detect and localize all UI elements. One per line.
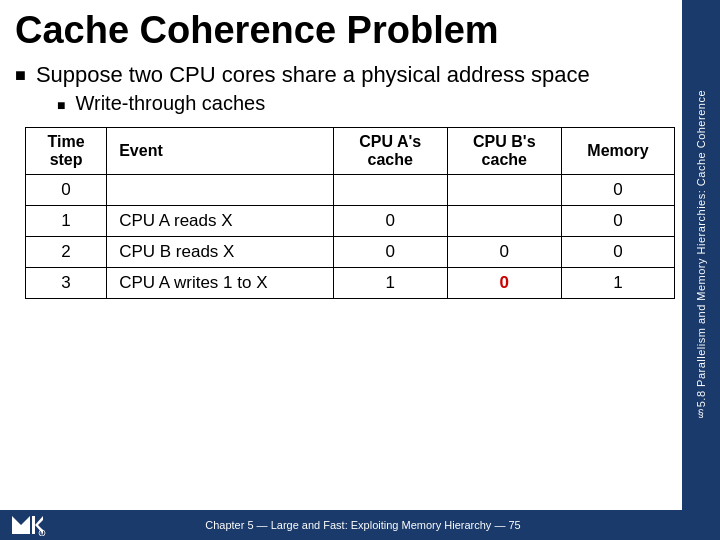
table-cell: CPU A reads X — [107, 206, 334, 237]
table-cell — [333, 175, 447, 206]
table-row: 00 — [26, 175, 675, 206]
bullet-sub: ■ Write-through caches — [57, 92, 667, 115]
coherence-table: Timestep Event CPU A'scache CPU B'scache… — [25, 127, 675, 299]
table-cell: 0 — [447, 237, 561, 268]
sidebar: §5.8 Parallelism and Memory Hierarchies:… — [682, 0, 720, 510]
bullet-sub-text: Write-through caches — [75, 92, 265, 115]
table-cell: 0 — [26, 175, 107, 206]
bullet-dot-sub: ■ — [57, 97, 65, 113]
col-header-cpua: CPU A'scache — [333, 128, 447, 175]
table-cell: 0 — [562, 206, 675, 237]
table-cell: 0 — [562, 237, 675, 268]
col-header-memory: Memory — [562, 128, 675, 175]
sidebar-text: §5.8 Parallelism and Memory Hierarchies:… — [695, 90, 707, 420]
table-cell — [447, 206, 561, 237]
col-header-cpub: CPU B'scache — [447, 128, 561, 175]
table-cell: 0 — [333, 206, 447, 237]
table-cell — [447, 175, 561, 206]
bullet-main-text: Suppose two CPU cores share a physical a… — [36, 62, 590, 88]
page-title: Cache Coherence Problem — [15, 10, 667, 52]
bullet-main: ■ Suppose two CPU cores share a physical… — [15, 62, 667, 88]
table-row: 1CPU A reads X00 — [26, 206, 675, 237]
table-row: 2CPU B reads X000 — [26, 237, 675, 268]
logo-svg: R — [10, 514, 46, 536]
table-cell: CPU B reads X — [107, 237, 334, 268]
bullet-section: ■ Suppose two CPU cores share a physical… — [15, 62, 667, 115]
table-cell: 1 — [333, 268, 447, 299]
footer-text: Chapter 5 — Large and Fast: Exploiting M… — [46, 519, 680, 531]
col-header-event: Event — [107, 128, 334, 175]
svg-text:R: R — [41, 531, 44, 536]
table-cell: 1 — [26, 206, 107, 237]
bullet-dot-main: ■ — [15, 65, 26, 87]
table-cell: 0 — [333, 237, 447, 268]
table-cell: 1 — [562, 268, 675, 299]
table-header-row: Timestep Event CPU A'scache CPU B'scache… — [26, 128, 675, 175]
table-cell: 2 — [26, 237, 107, 268]
table-row: 3CPU A writes 1 to X101 — [26, 268, 675, 299]
table-cell: 3 — [26, 268, 107, 299]
col-header-timestep: Timestep — [26, 128, 107, 175]
main-content: Cache Coherence Problem ■ Suppose two CP… — [0, 0, 682, 510]
table-cell: 0 — [562, 175, 675, 206]
mk-logo: R — [10, 514, 46, 536]
table-container: Timestep Event CPU A'scache CPU B'scache… — [25, 127, 667, 299]
table-cell — [107, 175, 334, 206]
table-cell: CPU A writes 1 to X — [107, 268, 334, 299]
table-cell: 0 — [447, 268, 561, 299]
footer-bar: R Chapter 5 — Large and Fast: Exploiting… — [0, 510, 720, 540]
svg-marker-0 — [12, 516, 30, 534]
svg-rect-1 — [32, 516, 35, 534]
